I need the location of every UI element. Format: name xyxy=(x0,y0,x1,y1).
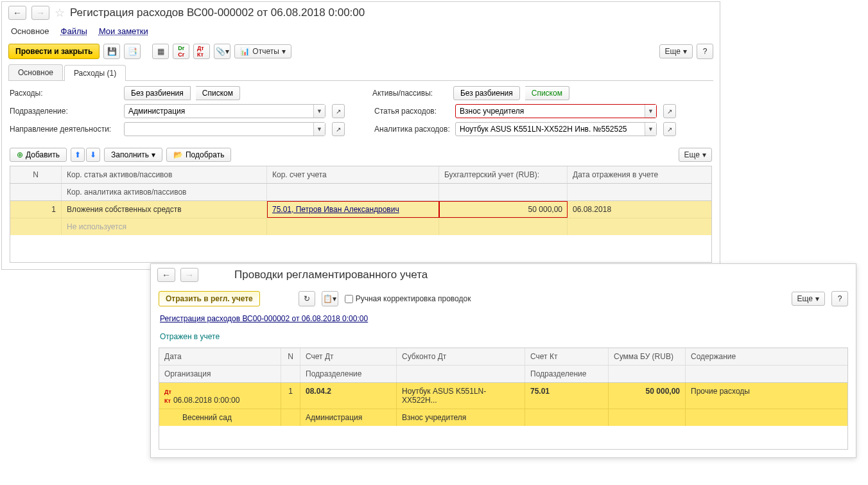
post-button[interactable]: 📑 xyxy=(124,44,141,59)
sub-tabs: Основное Расходы (1) xyxy=(8,64,713,81)
dtkt-button[interactable]: ДтКт xyxy=(193,44,210,59)
col-account[interactable]: Кор. счет учета xyxy=(267,166,439,183)
nav-back-button-2[interactable]: ← xyxy=(157,268,175,271)
postings-window: ← → Проводки регламентированного учета О… xyxy=(150,263,856,271)
help-button[interactable]: ? xyxy=(697,44,713,59)
col-analytics[interactable]: Кор. аналитика активов/пассивов xyxy=(62,184,267,200)
analytics-input[interactable] xyxy=(456,123,645,136)
article-label: Статья расходов: xyxy=(374,107,450,116)
window-title-2: Проводки регламентированного учета xyxy=(234,269,428,271)
favorite-icon[interactable]: ☆ xyxy=(55,6,65,20)
expenses-list-button[interactable]: Списком xyxy=(196,86,240,100)
top-tabs: Основное Файлы Мои заметки xyxy=(2,24,720,40)
attach-button[interactable]: 📎▾ xyxy=(214,44,230,59)
titlebar: ← → ☆ Регистрация расходов ВС00-000002 о… xyxy=(2,2,720,24)
table-row-sub[interactable]: Не используется xyxy=(10,218,711,235)
nav-back-button[interactable]: ← xyxy=(8,6,26,20)
move-up-button[interactable]: ⬆ xyxy=(71,148,85,162)
col-amount[interactable]: Бухгалтерский учет (RUB): xyxy=(439,166,568,183)
pick-button[interactable]: 📂 Подобрать xyxy=(166,148,231,162)
move-down-button[interactable]: ⬇ xyxy=(86,148,100,162)
article-dropdown-icon[interactable]: ▼ xyxy=(645,105,656,118)
col-article[interactable]: Кор. статья активов/пассивов xyxy=(62,166,267,183)
drcr-button[interactable]: DrCr xyxy=(173,44,189,59)
tab-main[interactable]: Основное xyxy=(11,26,49,36)
col-date[interactable]: Дата отражения в учете xyxy=(568,166,711,183)
window-title: Регистрация расходов ВС00-000002 от 06.0… xyxy=(70,6,365,19)
subtab-main[interactable]: Основное xyxy=(8,64,63,80)
table-toolbar: ⊕ Добавить ⬆ ⬇ Заполнить ▾ 📂 Подобрать Е… xyxy=(2,145,720,164)
tab-notes[interactable]: Мои заметки xyxy=(99,26,148,36)
expenses-nosplit-button[interactable]: Без разбиения xyxy=(124,86,191,100)
analytics-open-button[interactable]: ↗ xyxy=(663,122,676,136)
cell-amount[interactable]: 50 000,00 xyxy=(439,201,568,218)
reports-label: Отчеты xyxy=(252,47,279,56)
post-and-close-button[interactable]: Провести и закрыть xyxy=(8,44,100,59)
save-button[interactable]: 💾 xyxy=(103,44,120,59)
subtab-expenses[interactable]: Расходы (1) xyxy=(64,65,126,81)
titlebar2: ← → Проводки регламентированного учета xyxy=(151,264,856,271)
direction-input[interactable] xyxy=(125,123,313,136)
cell-n: 1 xyxy=(10,201,62,218)
direction-label: Направление деятельности: xyxy=(10,125,119,134)
nav-forward-button-2[interactable]: → xyxy=(180,268,198,271)
division-label: Подразделение: xyxy=(10,107,119,116)
reports-button[interactable]: 📊 Отчеты ▾ xyxy=(234,44,291,58)
cell-date: 06.08.2018 xyxy=(568,201,711,218)
expenses-grid: N Кор. статья активов/пассивов Кор. счет… xyxy=(10,166,712,263)
assets-label: Активы/пассивы: xyxy=(372,89,448,98)
division-open-button[interactable]: ↗ xyxy=(332,104,345,118)
article-open-button[interactable]: ↗ xyxy=(663,104,676,118)
structure-button[interactable]: ▦ xyxy=(152,44,169,59)
add-button[interactable]: ⊕ Добавить xyxy=(10,148,67,162)
expenses-label: Расходы: xyxy=(10,89,119,98)
assets-nosplit-button[interactable]: Без разбиения xyxy=(453,86,520,100)
article-input[interactable] xyxy=(456,105,645,118)
nav-forward-button[interactable]: → xyxy=(31,6,49,20)
main-toolbar: Провести и закрыть 💾 📑 ▦ DrCr ДтКт 📎▾ 📊 … xyxy=(2,40,720,63)
table-more-button[interactable]: Еще ▾ xyxy=(679,148,712,162)
assets-list-button[interactable]: Списком xyxy=(525,86,569,100)
cell-account[interactable]: 75.01, Петров Иван Александрович xyxy=(267,201,439,218)
cell-article: Вложения собственных средств xyxy=(62,201,267,218)
more-button[interactable]: Еще ▾ xyxy=(659,44,693,58)
col-n[interactable]: N xyxy=(10,166,62,183)
division-input[interactable] xyxy=(125,105,313,118)
cell-analytics: Не используется xyxy=(62,218,267,235)
analytics-label: Аналитика расходов: xyxy=(374,125,450,134)
table-row[interactable]: 1 Вложения собственных средств 75.01, Пе… xyxy=(10,201,711,218)
analytics-dropdown-icon[interactable]: ▼ xyxy=(645,123,656,136)
direction-dropdown-icon[interactable]: ▼ xyxy=(313,123,325,136)
expense-registration-window: ← → ☆ Регистрация расходов ВС00-000002 о… xyxy=(1,1,720,270)
form-area: Расходы: Без разбиения Списком Активы/па… xyxy=(2,81,720,145)
direction-open-button[interactable]: ↗ xyxy=(332,122,345,136)
fill-button[interactable]: Заполнить ▾ xyxy=(104,148,162,162)
tab-files[interactable]: Файлы xyxy=(61,26,87,36)
division-dropdown-icon[interactable]: ▼ xyxy=(313,105,325,118)
